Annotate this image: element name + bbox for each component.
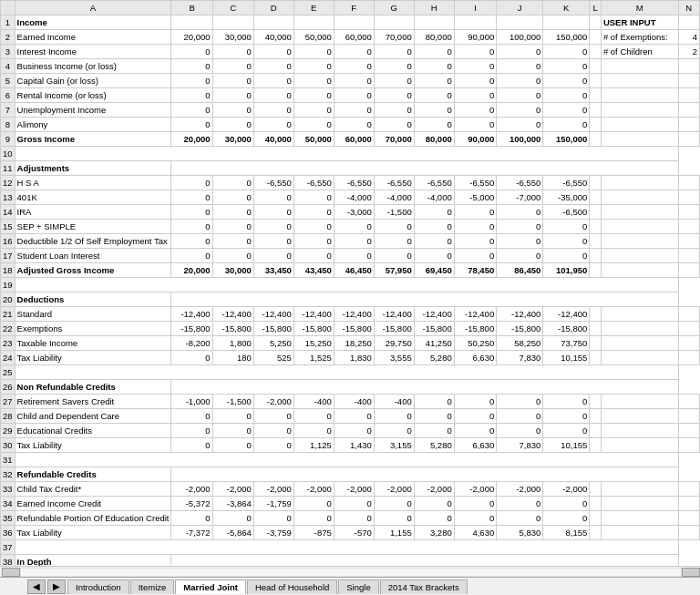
tab-bar: ◀ ▶ Introduction Itemize Married Joint H…: [0, 577, 700, 595]
tab-single[interactable]: Single: [338, 580, 378, 594]
col-header-h: H: [414, 1, 454, 15]
table-row: 28 Child and Dependent Care 000 000 000 …: [1, 409, 700, 424]
col-header-e: E: [293, 1, 334, 15]
table-row: 13 401K 0 0 0 0 -4,000 -4,000 -4,000 -5,…: [1, 190, 700, 205]
col-header-g: G: [374, 1, 414, 15]
table-row: 33 Child Tax Credit* -2,000 -2,000 -2,00…: [1, 482, 700, 497]
sheet-scroll-right[interactable]: ▶: [47, 580, 66, 594]
col-header-row: [1, 1, 15, 15]
table-row: 10: [1, 147, 700, 161]
col-header-a: A: [15, 1, 171, 15]
user-input-title: USER INPUT: [601, 15, 678, 30]
col-header-l: L: [590, 1, 602, 15]
table-row: 5 Capital Gain (or loss) 000 000 000 0: [1, 74, 700, 88]
col-header-n: N: [678, 1, 699, 15]
table-row: 23 Taxable Income -8,200 1,800 5,250 15,…: [1, 336, 700, 351]
table-row: 20 Deductions: [1, 292, 700, 307]
col-header-i: I: [454, 1, 497, 15]
tab-itemize[interactable]: Itemize: [130, 580, 175, 594]
table-row: 7 Unemployment Income 000 000 000 0: [1, 103, 700, 118]
table-row: 2 Earned Income 20,000 30,000 40,000 50,…: [1, 30, 700, 45]
table-row: 1 Income USER INPUT: [1, 15, 700, 30]
tab-married-joint[interactable]: Married Joint: [175, 580, 246, 594]
table-row: 22 Exemptions -15,800 -15,800 -15,800 -1…: [1, 322, 700, 336]
table-row: 11 Adjustments: [1, 161, 700, 176]
table-row: 16 Deductible 1/2 Of Self Employment Tax…: [1, 234, 700, 249]
col-header-d: D: [253, 1, 293, 15]
table-row: 6 Rental Income (or loss) 000 000 000 0: [1, 88, 700, 103]
table-row: 18 Adjusted Gross Income 20,000 30,000 3…: [1, 263, 700, 278]
col-header-f: F: [334, 1, 374, 15]
tab-head-of-household[interactable]: Head of Household: [247, 580, 337, 594]
table-row: 25: [1, 365, 700, 380]
income-header: Income: [15, 15, 171, 30]
col-header-m: M: [601, 1, 678, 15]
table-row: 35 Refundable Portion Of Education Credi…: [1, 511, 700, 526]
table-row: 14 IRA 0 0 0 0 -3,000 -1,500 0 0 0 -6,50…: [1, 205, 700, 220]
sheet-scroll-left[interactable]: ◀: [27, 580, 46, 594]
table-row: 15 SEP + SIMPLE 000 000 000 0: [1, 220, 700, 234]
table-row: 37: [1, 540, 700, 555]
table-row: 17 Student Loan Interest 000 000 000 0: [1, 249, 700, 263]
table-row: 24 Tax Liability 0 180 525 1,525 1,830 3…: [1, 351, 700, 365]
table-row: 9 Gross Income 20,000 30,000 40,000 50,0…: [1, 132, 700, 147]
spreadsheet-container: A B C D E F G H I J K L M N 1 Income USE…: [0, 0, 700, 595]
table-row: 36 Tax Liability -7,372 -5,864 -3,759 -8…: [1, 526, 700, 540]
table-row: 26 Non Refundable Credits: [1, 380, 700, 395]
table-row: 3 Interest Income 000 000 000 0 # of Chi…: [1, 45, 700, 59]
tab-introduction[interactable]: Introduction: [67, 580, 129, 594]
table-row: 4 Business Income (or loss) 000 000 000 …: [1, 59, 700, 74]
table-row: 21 Standard -12,400 -12,400 -12,400 -12,…: [1, 307, 700, 322]
col-header-k: K: [543, 1, 590, 15]
table-row: 30 Tax Liability 0 0 0 1,125 1,430 3,155…: [1, 438, 700, 453]
table-row: 12 H S A 0 0 -6,550 -6,550 -6,550 -6,550…: [1, 176, 700, 190]
col-header-c: C: [212, 1, 253, 15]
table-row: 29 Educational Credits 000 000 000 0: [1, 424, 700, 438]
table-row: 31: [1, 453, 700, 467]
table-row: 8 Alimony 000 000 000 0: [1, 118, 700, 132]
col-header-b: B: [171, 1, 212, 15]
table-row: 27 Retirement Savers Credit -1,000 -1,50…: [1, 395, 700, 409]
row-num-1: 1: [1, 15, 15, 30]
table-row: 19: [1, 278, 700, 292]
horizontal-scrollbar[interactable]: [0, 566, 700, 577]
table-row: 34 Earned Income Credit -5,372 -3,864 -1…: [1, 497, 700, 511]
tab-2014-tax-brackets[interactable]: 2014 Tax Brackets: [380, 580, 468, 594]
col-header-j: J: [497, 1, 543, 15]
table-row: 32 Refundable Credits: [1, 467, 700, 482]
